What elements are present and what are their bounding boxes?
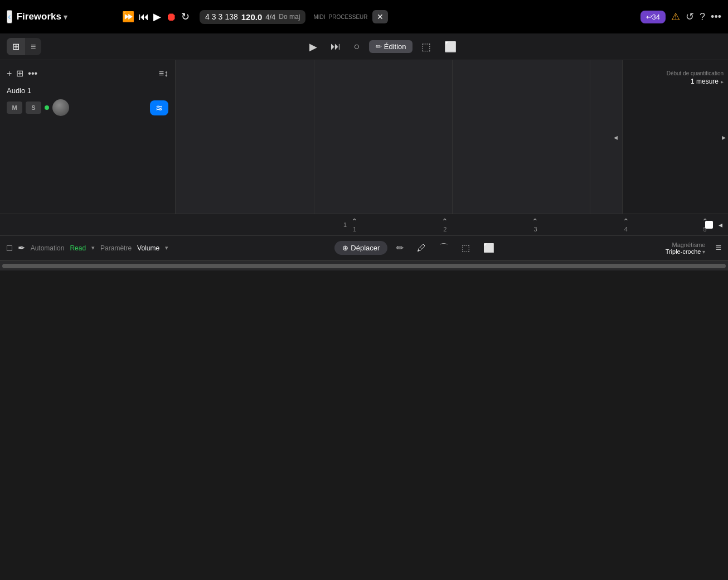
midi-label: MIDI xyxy=(313,14,325,20)
more-icon: ••• xyxy=(711,11,721,22)
list-view-button[interactable]: ≡ xyxy=(25,38,41,55)
play-button[interactable]: ▶ xyxy=(153,11,161,23)
marker-2: ⌃ 2 xyxy=(441,217,448,233)
auto-pencil-button[interactable]: ✒ xyxy=(18,243,25,253)
right-arrow-btn[interactable]: ▸ xyxy=(722,132,726,142)
track-more-icon: ••• xyxy=(28,69,37,78)
auto-capture-icon: ⬚ xyxy=(462,243,470,253)
close-overlay-button[interactable]: ✕ xyxy=(372,10,388,23)
cycle-record-button[interactable]: ○ xyxy=(350,38,365,55)
move-label: Déplacer xyxy=(351,244,380,252)
history-icon: ↺ xyxy=(686,11,694,22)
quantize-dropdown-icon[interactable]: ▸ xyxy=(721,79,724,85)
grid-line-2 xyxy=(452,60,453,214)
pen-icon: ✏ xyxy=(376,42,382,51)
auto-layout-button[interactable]: □ xyxy=(7,243,12,253)
collapse-left-button[interactable]: ◂ xyxy=(719,220,722,229)
fast-forward-button[interactable]: ⏩ xyxy=(122,11,134,23)
back-icon: ‹ xyxy=(8,11,11,22)
auto-capture-button[interactable]: ⬚ xyxy=(457,240,474,255)
warning-button[interactable]: ⚠ xyxy=(671,11,680,23)
key-display[interactable]: Do maj xyxy=(279,13,300,21)
marker-3: ⌃ 3 xyxy=(532,217,538,233)
audio-waveform-button[interactable]: ≋ xyxy=(150,100,168,115)
toolbar-center: ▶ ⏭ ○ ✏ Édition ⬚ ⬜ xyxy=(45,38,721,55)
add-track-button[interactable]: + xyxy=(7,69,12,79)
warning-icon: ⚠ xyxy=(671,11,680,22)
param-value-label[interactable]: Volume xyxy=(137,244,159,252)
curve-icon: ⌒ xyxy=(439,243,448,252)
play-from-cursor-button[interactable]: ⏭ xyxy=(326,38,345,55)
auto-share-button[interactable]: ⬜ xyxy=(479,240,499,255)
view-toggle: ⊞ ≡ xyxy=(7,38,41,55)
record-button[interactable]: ⏺ xyxy=(166,11,177,23)
automation-read-value[interactable]: Read xyxy=(70,244,86,252)
marker-1: ⌃ 1 xyxy=(351,217,358,233)
mute-button[interactable]: M xyxy=(7,102,22,114)
left-panel-header: + ⊞ ••• ≡↕ xyxy=(0,65,175,82)
auto-share-icon: ⬜ xyxy=(483,243,494,253)
top-bar: ‹ Fireworks ▾ ⏩ ⏮ ▶ ⏺ ↻ 4 3 3 138 120.0 … xyxy=(0,0,728,33)
scroll-thumb[interactable] xyxy=(2,264,726,268)
grid-icon: ⊞ xyxy=(12,42,20,51)
scrollbar-horizontal[interactable] xyxy=(0,260,728,270)
loop-button[interactable]: ↻ xyxy=(181,11,190,23)
position-numbers: 4 3 3 138 xyxy=(205,12,238,21)
number-1: 1 xyxy=(343,221,347,228)
proc-label: PROCESSEUR xyxy=(328,14,367,20)
transport-controls: ⏩ ⏮ ▶ ⏺ ↻ xyxy=(122,11,190,23)
track-area: + ⊞ ••• ≡↕ Audio 1 M S ≋ xyxy=(0,60,728,214)
curve-tool-button[interactable]: ⌒ xyxy=(435,240,453,256)
auto-menu-button[interactable]: ≡ xyxy=(715,242,721,254)
pos-beat: 3 xyxy=(212,12,216,21)
auto-dropdown-icon[interactable]: ▾ xyxy=(91,244,95,252)
edition-button[interactable]: ✏ Édition xyxy=(369,40,413,53)
midi-proc-area: MIDI PROCESSEUR xyxy=(313,14,367,20)
grid-view-button[interactable]: ⊞ xyxy=(7,38,25,55)
cycle-icon: ○ xyxy=(354,41,360,52)
play-cursor-icon: ⏭ xyxy=(331,41,341,52)
rewind-button[interactable]: ⏮ xyxy=(139,11,149,23)
loop-icon: ↻ xyxy=(181,11,190,23)
track-list-icon: ≡↕ xyxy=(159,69,168,78)
quantize-panel: Début de quantification 1 mesure ▸ ◂ ▸ xyxy=(622,60,728,214)
magnetism-text-label: Magnétisme xyxy=(672,241,706,248)
solo-button[interactable]: S xyxy=(26,102,41,114)
back-button[interactable]: ‹ xyxy=(7,10,12,23)
track-name: Audio 1 xyxy=(7,86,168,95)
capture-button[interactable]: ⬚ xyxy=(417,38,435,55)
project-chevron-icon: ▾ xyxy=(64,13,67,21)
left-arrow-btn[interactable]: ◂ xyxy=(614,132,618,142)
toolbar-row: ⊞ ≡ ▶ ⏭ ○ ✏ Édition ⬚ ⬜ xyxy=(0,33,728,60)
move-tool-button[interactable]: ⊕ Déplacer xyxy=(334,241,387,255)
white-square-indicator xyxy=(705,221,713,229)
add-icon: + xyxy=(7,69,12,78)
track-lanes: Audio 1 xyxy=(176,60,728,214)
share-button[interactable]: ⬜ xyxy=(440,38,461,55)
history-button[interactable]: ↺ xyxy=(686,11,694,23)
pos-tick: 138 xyxy=(225,12,237,21)
bpm-display[interactable]: 120.0 xyxy=(241,12,263,22)
track-more-button[interactable]: ••• xyxy=(28,69,37,79)
header-right: ↩34 ⚠ ↺ ? ••• xyxy=(640,11,721,23)
magnetism-area: Magnétisme Triple-croche ▾ xyxy=(666,241,706,255)
draw-tool-button[interactable]: 🖊 xyxy=(412,241,430,255)
pos-bar: 4 xyxy=(205,12,210,21)
help-button[interactable]: ? xyxy=(700,11,705,23)
track-list-button[interactable]: ≡↕ xyxy=(159,69,168,79)
auto-layout-icon: □ xyxy=(7,243,12,253)
edition-label: Édition xyxy=(384,42,406,51)
more-button[interactable]: ••• xyxy=(711,11,721,23)
project-title[interactable]: Fireworks ▾ xyxy=(17,11,67,22)
volume-knob[interactable] xyxy=(52,99,69,116)
param-dropdown-icon[interactable]: ▾ xyxy=(165,244,168,252)
help-icon: ? xyxy=(700,11,705,22)
time-signature[interactable]: 4/4 xyxy=(265,13,275,21)
magnetism-value-label[interactable]: Triple-croche ▾ xyxy=(666,248,706,255)
play-from-start-button[interactable]: ▶ xyxy=(305,38,322,55)
automation-area: □ ✒ Automation Read ▾ Paramètre Volume ▾… xyxy=(0,236,728,270)
undo-button[interactable]: ↩34 xyxy=(640,11,666,23)
grid-line-1 xyxy=(314,60,314,214)
duplicate-track-button[interactable]: ⊞ xyxy=(16,68,23,79)
pencil-tool-button[interactable]: ✏ xyxy=(392,240,408,255)
